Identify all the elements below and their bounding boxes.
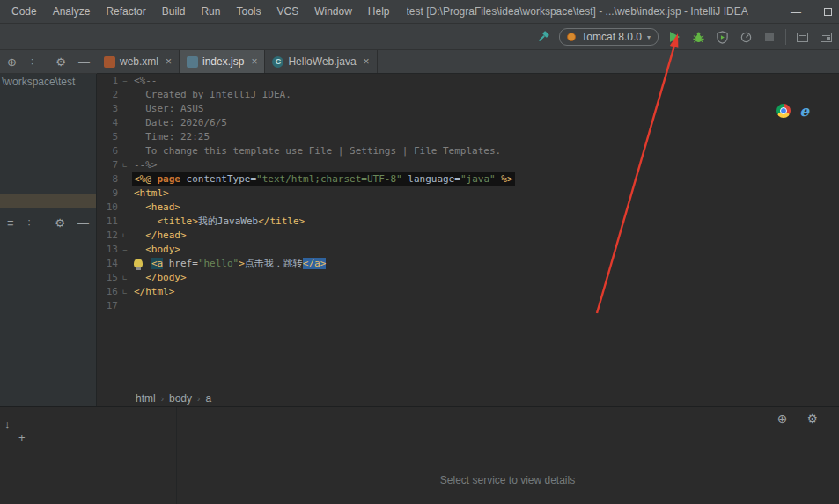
scroll-to-icon[interactable]: ↓ [4, 418, 11, 431]
code-token: language= [402, 173, 460, 185]
stop-button[interactable] [762, 29, 777, 45]
code-token: 我的JavaWeb [198, 215, 258, 227]
profiler-button[interactable] [738, 29, 754, 45]
code-token: "hello" [198, 258, 239, 269]
menu-help[interactable]: Help [360, 5, 398, 18]
maximize-button[interactable] [824, 8, 832, 16]
line-number: 16 [97, 285, 118, 299]
code-line: 5 Time: 22:25 [97, 130, 839, 144]
crumb-separator: › [197, 394, 200, 404]
code-token: <body> [145, 244, 180, 255]
internet-explorer-icon[interactable]: e [799, 104, 809, 118]
debug-button[interactable] [690, 29, 706, 45]
line-number: 17 [97, 299, 118, 313]
fold-gutter [118, 144, 132, 158]
fold-icon[interactable]: ∟ [118, 158, 132, 172]
tab-label: HelloWeb.java [288, 55, 356, 68]
menu-build[interactable]: Build [154, 5, 194, 18]
fold-icon[interactable]: − [118, 243, 132, 257]
tab-HelloWeb.java[interactable]: CHelloWeb.java× [265, 50, 377, 73]
code-token: <a [151, 258, 163, 269]
java-class-icon: C [272, 56, 283, 68]
menu-vcs[interactable]: VCS [269, 5, 306, 18]
code-text: Date: 2020/6/5 [132, 116, 229, 130]
profiler-icon [740, 31, 753, 44]
run-config-label: Tomcat 8.0.0 [581, 31, 642, 43]
build-hammer-icon[interactable] [535, 29, 551, 45]
services-panel: ↓ + Select service to view details ⊕ ⚙ [0, 406, 839, 504]
code-text: </body> [132, 271, 188, 285]
menu-refactor[interactable]: Refactor [98, 5, 153, 18]
menu-window[interactable]: Window [306, 5, 360, 18]
fold-icon[interactable]: ∟ [118, 229, 132, 243]
coverage-button[interactable] [714, 29, 730, 45]
line-number: 7 [97, 158, 118, 172]
line-number: 10 [97, 201, 118, 215]
fold-icon[interactable]: ∟ [118, 271, 132, 285]
line-number: 8 [97, 172, 118, 186]
menu-bar: CodeAnalyzeRefactorBuildRunToolsVCSWindo… [0, 0, 839, 24]
breadcrumb-a[interactable]: a [205, 392, 211, 405]
close-icon[interactable]: × [251, 55, 257, 68]
fold-gutter [118, 102, 132, 116]
code-line: 12∟ </head> [97, 229, 839, 243]
code-line: 2 Created by IntelliJ IDEA. [97, 88, 839, 102]
code-line: 15∟ </body> [97, 271, 839, 285]
code-text: User: ASUS [132, 102, 205, 116]
breadcrumb-body[interactable]: body [169, 392, 192, 405]
gear-icon[interactable]: ⚙ [55, 216, 65, 230]
line-number: 12 [97, 229, 118, 243]
fold-gutter [118, 116, 132, 130]
bug-icon [692, 31, 705, 44]
services-dashboard-button[interactable] [794, 29, 810, 45]
hide-panel-icon[interactable]: — [78, 55, 90, 69]
collapse-all-icon[interactable]: ÷ [29, 55, 35, 69]
chrome-icon[interactable] [776, 104, 791, 118]
close-icon[interactable]: × [364, 55, 370, 68]
fold-icon[interactable]: − [118, 201, 132, 215]
hide-panel-icon[interactable]: — [77, 216, 89, 230]
line-number: 9 [97, 186, 118, 201]
menu-analyze[interactable]: Analyze [45, 5, 99, 18]
gear-icon[interactable]: ⚙ [806, 412, 818, 426]
fold-icon[interactable]: − [118, 74, 132, 88]
editor[interactable]: 1−<%--2 Created by IntelliJ IDEA.3 User:… [97, 74, 839, 391]
locate-target-icon[interactable]: ⊕ [777, 412, 788, 426]
gear-icon[interactable]: ⚙ [55, 55, 66, 69]
code-line: 16∟</html> [97, 285, 839, 299]
window-controls: — [791, 0, 832, 24]
code-token: <html> [134, 187, 169, 199]
selected-row-highlight[interactable] [0, 194, 96, 208]
fold-gutter [118, 130, 132, 144]
add-service-icon[interactable]: + [18, 431, 26, 444]
breadcrumb-html[interactable]: html [136, 392, 156, 405]
menu-tools[interactable]: Tools [228, 5, 269, 18]
code-token: page [158, 173, 181, 185]
code-text: <html> [132, 186, 171, 201]
view-options-icon[interactable]: ≡ [7, 216, 14, 230]
code-token: Date: 2020/6/5 [134, 117, 227, 128]
code-token: --%> [134, 159, 158, 171]
window-panel-button[interactable] [818, 29, 834, 45]
fold-icon[interactable]: ∟ [118, 285, 132, 299]
menu-code[interactable]: Code [4, 5, 45, 18]
menu-run[interactable]: Run [193, 5, 228, 18]
code-text: <title>我的JavaWeb</title> [132, 215, 306, 229]
minimize-button[interactable]: — [791, 6, 801, 18]
run-button[interactable] [666, 29, 682, 45]
intention-bulb-icon[interactable] [134, 259, 143, 268]
code-token: <title> [158, 215, 198, 227]
collapse-all-icon[interactable]: ÷ [26, 216, 33, 230]
code-text: <head> [132, 201, 182, 215]
close-icon[interactable]: × [166, 55, 172, 68]
tab-index.jsp[interactable]: index.jsp× [180, 50, 265, 73]
locate-target-icon[interactable]: ⊕ [7, 55, 17, 69]
project-toolbar-right: ⚙ — [55, 55, 90, 69]
tab-web.xml[interactable]: web.xml× [97, 50, 180, 73]
run-config-combo[interactable]: Tomcat 8.0.0 ▾ [559, 28, 659, 46]
fold-icon[interactable]: − [118, 186, 132, 201]
code-text: <a href="hello">点击我，跳转</a> [132, 257, 328, 271]
project-root-path[interactable]: \workspace\test [0, 74, 96, 88]
crumb-separator: › [161, 394, 164, 404]
code-line: 13− <body> [97, 243, 839, 257]
